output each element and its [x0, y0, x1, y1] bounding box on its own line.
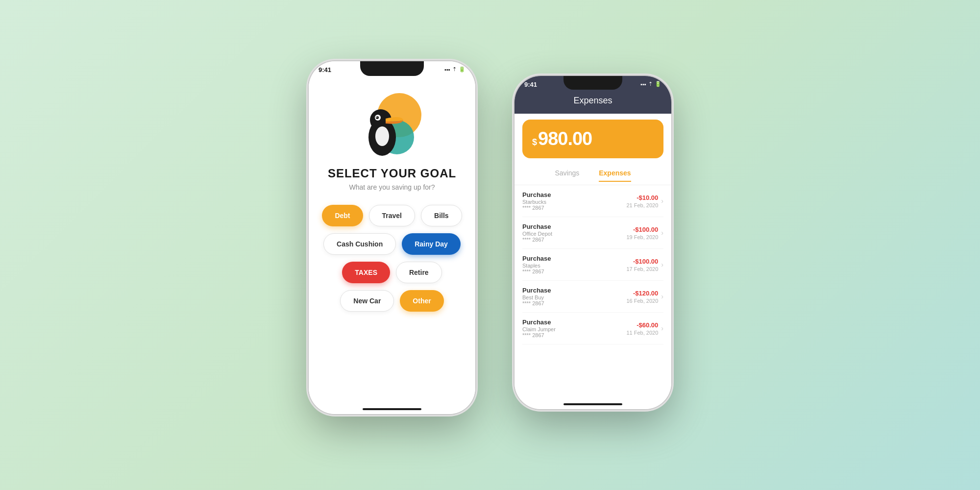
- scene: 9:41 ▪▪▪ ⇡ 🔋 Expenses $ 980.00 Savings E…: [270, 32, 710, 458]
- svg-point-4: [375, 126, 389, 146]
- transaction-type: Purchase: [522, 287, 626, 294]
- transaction-date: 19 Feb, 2020: [626, 234, 658, 240]
- transaction-amount: -$10.00: [637, 194, 658, 201]
- tab-expenses[interactable]: Expenses: [599, 169, 631, 182]
- transaction-date: 16 Feb, 2020: [626, 298, 658, 304]
- transaction-type: Purchase: [522, 255, 626, 262]
- goal-title: SELECT YOUR GOAL: [328, 167, 456, 180]
- goals-row-2: Cash Cushion Rainy Day: [320, 233, 464, 255]
- phone-expenses: 9:41 ▪▪▪ ⇡ 🔋 Expenses $ 980.00 Savings E…: [514, 76, 671, 409]
- transaction-meta: -$60.00 11 Feb, 2020: [626, 321, 658, 336]
- home-indicator-1: [363, 408, 421, 410]
- expenses-amount: 980.00: [538, 128, 592, 149]
- transaction-type: Purchase: [522, 318, 626, 326]
- goal-taxes-button[interactable]: TAXES: [342, 262, 390, 283]
- chevron-icon: ›: [661, 261, 663, 269]
- transaction-info: Purchase Staples **** 2867: [522, 255, 626, 274]
- status-time-1: 9:41: [318, 66, 331, 74]
- transaction-merchant: Claim Jumper: [522, 326, 626, 332]
- app-logo: [360, 93, 424, 157]
- transaction-merchant: Office Depot: [522, 231, 626, 237]
- phone-goal-selector: 9:41 ▪▪▪ ⇡ 🔋: [309, 61, 475, 414]
- currency-symbol: $: [532, 137, 537, 147]
- transaction-card: **** 2867: [522, 300, 626, 306]
- transaction-type: Purchase: [522, 191, 626, 198]
- goals-row-1: Debt Travel Bills: [320, 205, 464, 226]
- transaction-type: Purchase: [522, 223, 626, 230]
- transaction-card: **** 2867: [522, 237, 626, 243]
- transaction-item[interactable]: Purchase Best Buy **** 2867 -$120.00 16 …: [522, 281, 663, 313]
- transaction-amount: -$100.00: [633, 226, 658, 233]
- phone-2-screen: 9:41 ▪▪▪ ⇡ 🔋 Expenses $ 980.00 Savings E…: [514, 76, 671, 409]
- transaction-date: 17 Feb, 2020: [626, 266, 658, 272]
- transaction-meta: -$120.00 16 Feb, 2020: [626, 290, 658, 304]
- status-icons-2: ▪▪▪ ⇡ 🔋: [640, 81, 662, 87]
- notch-2: [564, 76, 622, 90]
- transactions-list: Purchase Starbucks **** 2867 -$10.00 21 …: [514, 185, 671, 409]
- transaction-info: Purchase Best Buy **** 2867: [522, 287, 626, 306]
- transaction-item[interactable]: Purchase Office Depot **** 2867 -$100.00…: [522, 217, 663, 249]
- expenses-tabs: Savings Expenses: [514, 164, 671, 185]
- transaction-info: Purchase Starbucks **** 2867: [522, 191, 626, 211]
- transaction-item[interactable]: Purchase Starbucks **** 2867 -$10.00 21 …: [522, 185, 663, 217]
- transaction-amount: -$60.00: [637, 321, 658, 329]
- transaction-card: **** 2867: [522, 332, 626, 338]
- transaction-merchant: Starbucks: [522, 199, 626, 205]
- transaction-date: 11 Feb, 2020: [626, 330, 658, 336]
- chevron-icon: ›: [661, 229, 663, 237]
- goal-other-button[interactable]: Other: [400, 290, 443, 312]
- goal-new-car-button[interactable]: New Car: [340, 290, 394, 312]
- transaction-item[interactable]: Purchase Staples **** 2867 -$100.00 17 F…: [522, 249, 663, 281]
- goal-bills-button[interactable]: Bills: [421, 205, 462, 226]
- goal-debt-button[interactable]: Debt: [322, 205, 363, 226]
- phone-1-screen: 9:41 ▪▪▪ ⇡ 🔋: [309, 61, 475, 414]
- transaction-merchant: Staples: [522, 263, 626, 269]
- transaction-meta: -$100.00 19 Feb, 2020: [626, 226, 658, 240]
- goal-cash-cushion-button[interactable]: Cash Cushion: [323, 233, 396, 255]
- svg-point-7: [376, 117, 377, 118]
- goals-row-3: TAXES Retire: [320, 262, 464, 283]
- transaction-date: 21 Feb, 2020: [626, 202, 658, 208]
- goals-row-4: New Car Other: [320, 290, 464, 312]
- transaction-meta: -$10.00 21 Feb, 2020: [626, 194, 658, 208]
- goal-retire-button[interactable]: Retire: [396, 262, 442, 283]
- status-icons-1: ▪▪▪ ⇡ 🔋: [444, 66, 466, 73]
- transaction-info: Purchase Claim Jumper **** 2867: [522, 318, 626, 338]
- status-time-2: 9:41: [524, 81, 537, 88]
- transaction-amount: -$120.00: [633, 290, 658, 297]
- tab-savings[interactable]: Savings: [555, 169, 579, 182]
- home-indicator-2: [564, 403, 622, 405]
- transaction-item[interactable]: Purchase Claim Jumper **** 2867 -$60.00 …: [522, 313, 663, 344]
- expenses-amount-card: $ 980.00: [522, 120, 663, 158]
- chevron-icon: ›: [661, 293, 663, 300]
- transaction-info: Purchase Office Depot **** 2867: [522, 223, 626, 243]
- goals-grid: Debt Travel Bills Cash Cushion Rainy Day…: [309, 205, 475, 312]
- transaction-meta: -$100.00 17 Feb, 2020: [626, 258, 658, 272]
- goal-travel-button[interactable]: Travel: [369, 205, 415, 226]
- goal-subtitle: What are you saving up for?: [349, 183, 435, 191]
- chevron-icon: ›: [661, 324, 663, 332]
- chevron-icon: ›: [661, 197, 663, 205]
- logo-svg: [360, 93, 424, 157]
- transaction-card: **** 2867: [522, 269, 626, 274]
- svg-point-6: [376, 116, 379, 119]
- goal-rainy-day-button[interactable]: Rainy Day: [402, 233, 461, 255]
- transaction-merchant: Best Buy: [522, 294, 626, 300]
- notch-1: [360, 61, 424, 76]
- transaction-amount: -$100.00: [633, 258, 658, 265]
- transaction-card: **** 2867: [522, 205, 626, 211]
